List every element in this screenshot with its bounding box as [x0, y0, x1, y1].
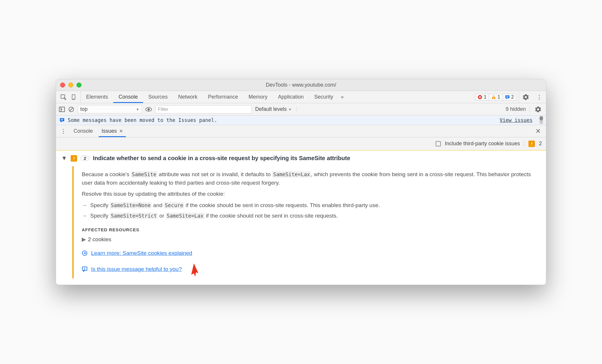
hidden-messages-label[interactable]: 9 hidden [502, 106, 530, 112]
feedback-link[interactable]: Is this issue message helpful to you? [91, 265, 182, 274]
include-3p-checkbox[interactable] [436, 141, 441, 146]
arrow-icon: → [82, 201, 87, 210]
svg-rect-16 [61, 120, 63, 120]
chevron-down-icon: ▼ [288, 108, 292, 111]
include-3p-label: Include third-party cookie issues [445, 141, 520, 147]
live-expression-icon[interactable] [145, 107, 152, 112]
tab-application[interactable]: Application [273, 91, 309, 103]
tab-memory[interactable]: Memory [243, 91, 273, 103]
tab-sources[interactable]: Sources [143, 91, 173, 103]
console-toolbar: top ▼ Filter Default levels ▼ 9 hidden [56, 103, 546, 116]
svg-rect-7 [506, 96, 509, 97]
drawer-tab-console[interactable]: Console [71, 125, 96, 137]
code-samesite-lax: SameSite=Lax [272, 171, 311, 178]
issue-severity-icon [71, 155, 77, 162]
learn-more-link[interactable]: Learn more: SameSite cookies explained [91, 249, 192, 258]
issue-header[interactable]: ▼ 2 Indicate whether to send a cookie in… [61, 155, 541, 162]
expand-triangle-icon: ▶ [82, 236, 86, 242]
info-icon [505, 95, 510, 99]
error-counter[interactable]: 1 [475, 94, 489, 101]
drawer-tabs: ⋮ Console Issues ✕ ✕ [56, 125, 546, 137]
learn-more-row: Learn more: SameSite cookies explained [82, 249, 541, 258]
close-window-button[interactable] [60, 83, 65, 88]
settings-button[interactable] [519, 91, 533, 103]
titlebar: DevTools - www.youtube.com/ [56, 79, 546, 91]
svg-point-24 [84, 269, 85, 270]
tab-security[interactable]: Security [309, 91, 338, 103]
suggestion-1: → Specify SameSite=None and Secure if th… [82, 201, 541, 210]
clear-console-icon[interactable] [68, 106, 74, 112]
main-toolbar: Elements Console Sources Network Perform… [56, 91, 546, 103]
toggle-sidebar-icon[interactable] [59, 107, 65, 112]
svg-rect-19 [74, 157, 74, 159]
window-title: DevTools - www.youtube.com/ [266, 82, 336, 88]
tab-elements[interactable]: Elements [81, 91, 113, 103]
svg-rect-5 [493, 98, 494, 99]
issues-count: 2 [539, 141, 542, 147]
context-selector[interactable]: top ▼ [78, 105, 142, 113]
drawer-tab-issues[interactable]: Issues ✕ [99, 125, 126, 137]
svg-rect-6 [505, 95, 509, 98]
issue-description-2: Resolve this issue by updating the attri… [82, 190, 541, 198]
device-toolbar-icon[interactable] [71, 94, 76, 100]
info-counter[interactable]: 2 [503, 94, 516, 101]
feedback-icon [82, 266, 88, 272]
affected-resources-header: AFFECTED RESOURCES [82, 227, 541, 233]
svg-rect-4 [493, 96, 494, 98]
drawer-menu-button[interactable]: ⋮ [59, 125, 68, 137]
tab-console[interactable]: Console [113, 91, 143, 103]
svg-rect-17 [531, 142, 532, 144]
arrow-icon: → [82, 212, 87, 220]
feedback-row: Is this issue message helpful to you? [82, 262, 541, 276]
main-tabs: Elements Console Sources Network Perform… [81, 91, 338, 103]
drawer-tab-label: Issues [102, 128, 117, 134]
maximize-window-button[interactable] [76, 83, 81, 88]
gear-icon [535, 106, 541, 113]
issue-occurrence-count: 2 [81, 155, 89, 161]
close-drawer-button[interactable]: ✕ [533, 127, 543, 135]
svg-rect-20 [74, 159, 74, 160]
svg-rect-18 [531, 145, 532, 146]
error-count: 1 [484, 94, 486, 100]
scrollbar[interactable] [540, 116, 543, 124]
more-options-button[interactable]: ⋮ [533, 91, 546, 103]
cookies-count: 2 cookies [88, 236, 111, 242]
svg-point-13 [147, 108, 149, 110]
levels-label: Default levels [255, 106, 287, 112]
message-icon [60, 118, 65, 123]
error-icon [478, 95, 482, 99]
affected-cookies-row[interactable]: ▶2 cookies [82, 235, 541, 244]
info-message: Some messages have been moved to the Iss… [68, 117, 217, 123]
status-counters: 1 1 2 [475, 94, 516, 101]
tab-network[interactable]: Network [173, 91, 203, 103]
chevron-down-icon: ▼ [136, 108, 139, 111]
warning-count: 1 [497, 94, 500, 100]
expand-icon: ▼ [61, 155, 67, 162]
inspect-element-icon[interactable] [60, 94, 67, 100]
filter-input[interactable]: Filter [155, 105, 252, 113]
code-samesite: SameSite [131, 171, 157, 178]
filter-placeholder: Filter [158, 107, 168, 112]
warning-counter[interactable]: 1 [489, 94, 503, 101]
view-issues-link[interactable]: View issues [500, 117, 533, 123]
tab-performance[interactable]: Performance [203, 91, 243, 103]
more-tabs-button[interactable]: » [338, 94, 344, 100]
link-out-icon [82, 250, 88, 256]
log-levels-selector[interactable]: Default levels ▼ [255, 106, 297, 112]
devtools-window: DevTools - www.youtube.com/ Elements Con… [56, 79, 546, 285]
context-value: top [80, 106, 88, 112]
issues-info-bar: Some messages have been moved to the Iss… [56, 116, 546, 125]
issues-badge-icon [528, 141, 535, 147]
svg-line-11 [69, 108, 73, 111]
svg-rect-8 [506, 97, 508, 98]
info-count: 2 [511, 94, 514, 100]
warning-icon [491, 95, 496, 99]
suggestion-2: → Specify SameSite=Strict or SameSite=La… [82, 212, 541, 220]
close-tab-icon[interactable]: ✕ [119, 128, 123, 134]
issue-description-1: Because a cookie's SameSite attribute wa… [82, 170, 541, 187]
console-settings-button[interactable] [533, 106, 543, 113]
issue-title: Indicate whether to send a cookie in a c… [93, 155, 350, 162]
svg-rect-14 [60, 118, 64, 121]
minimize-window-button[interactable] [68, 83, 73, 88]
svg-rect-15 [61, 119, 63, 120]
